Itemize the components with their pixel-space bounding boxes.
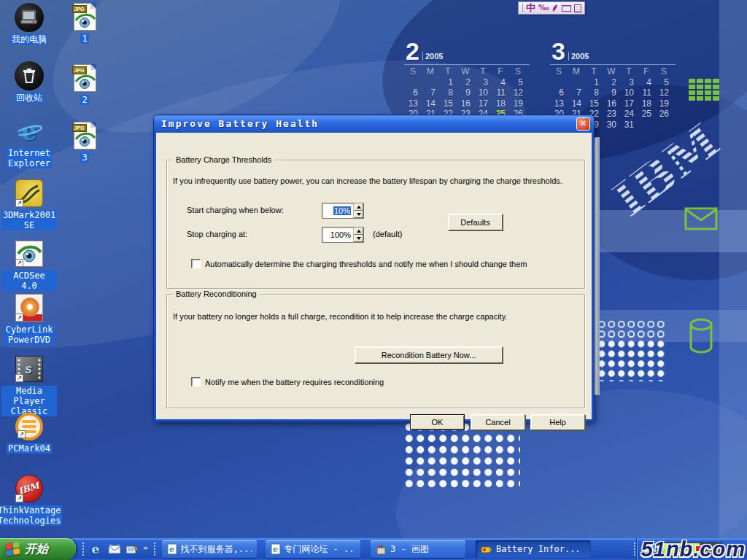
taskbar-task-server-not-found[interactable]: e 找不到服务器,... — [162, 540, 257, 558]
tray-notification-icon[interactable] — [695, 545, 702, 552]
outlook-express-icon[interactable] — [107, 541, 123, 557]
internet-explorer-icon[interactable]: e — [88, 541, 104, 557]
improve-battery-health-dialog: Improve Battery Health ✕ Battery Charge … — [154, 115, 594, 421]
help-button[interactable]: Help — [530, 414, 585, 430]
calendar-day: 5 — [655, 77, 673, 88]
stop-charging-value[interactable]: 100% — [322, 228, 353, 242]
spin-down-icon[interactable] — [354, 211, 363, 218]
desktop-icon-jpg-3[interactable]: JPG 3 — [58, 121, 111, 163]
calendar-day-of-week: T — [474, 66, 492, 77]
calendar-day: 13 — [404, 98, 422, 109]
dialog-titlebar[interactable]: Improve Battery Health ✕ — [154, 115, 594, 133]
recondition-battery-now-button[interactable]: Recondition Battery Now... — [355, 346, 503, 363]
calendar-day: 6 — [404, 88, 422, 98]
desktop-icon-recycle-bin[interactable]: 回收站 — [1, 61, 57, 103]
ime-grip[interactable] — [522, 4, 523, 12]
calendar-day — [404, 77, 422, 88]
ime-mode-indicator[interactable]: 中 — [526, 3, 535, 13]
taskbar-task-battery-information[interactable]: Battery Infor... — [476, 540, 591, 558]
notify-reconditioning-checkbox-label[interactable]: Notify me when the battery requires reco… — [205, 378, 511, 387]
svg-text:e: e — [169, 545, 174, 554]
ie-page-icon: e — [271, 543, 280, 555]
media-player-classic-icon: s ↗ — [15, 354, 44, 384]
calendar-day: 11 — [638, 88, 655, 98]
calendar-day: 14 — [568, 98, 585, 109]
auto-determine-checkbox[interactable] — [191, 259, 201, 268]
spin-up-icon[interactable] — [354, 203, 363, 211]
calendar-day — [550, 77, 568, 88]
calendar-day: 7 — [568, 88, 585, 98]
shortcut-arrow-badge: ↗ — [15, 494, 23, 502]
calendar-day — [655, 120, 673, 131]
punctuation-icon[interactable]: ‰ — [538, 4, 549, 12]
desktop-icon-internet-explorer[interactable]: e Internet Explorer — [1, 117, 57, 168]
desktop-icon-pcmark04[interactable]: ↗ PCMark04 — [1, 412, 57, 454]
start-label: 开始 — [25, 543, 48, 555]
notify-reconditioning-checkbox[interactable] — [191, 377, 201, 386]
dot-grid-pattern — [597, 339, 667, 381]
quicklaunch-separator[interactable] — [82, 542, 85, 556]
start-charging-spinner[interactable]: 10% — [322, 203, 364, 219]
desktop-icon-jpg-1[interactable]: JPG 1 — [58, 2, 111, 44]
calendar-day: 18 — [638, 98, 655, 109]
3dmark2001-icon: ↗ — [15, 179, 44, 208]
svg-text:e: e — [273, 545, 278, 554]
calendar-day: 3 — [620, 77, 638, 88]
desktop-icon-my-computer[interactable]: 我的电脑 — [1, 3, 57, 44]
battery-meter[interactable]: 58% — [662, 542, 722, 556]
auto-determine-checkbox-label[interactable]: Automatically determine the charging thr… — [205, 260, 577, 269]
spin-down-icon[interactable] — [354, 235, 363, 242]
calendar-day: 10 — [474, 88, 492, 98]
calendar-day: 16 — [457, 98, 474, 109]
options-menu-icon[interactable] — [574, 4, 581, 12]
desktop-icon-3dmark2001[interactable]: ↗ 3DMark2001 SE — [1, 179, 57, 230]
cancel-button[interactable]: Cancel — [471, 414, 525, 430]
defaults-button[interactable]: Defaults — [448, 214, 503, 230]
calendar-day-of-week: W — [603, 66, 620, 77]
start-charging-value[interactable]: 10% — [322, 203, 353, 218]
spin-up-icon[interactable] — [354, 228, 363, 235]
calendar-day: 4 — [492, 77, 509, 88]
dialog-body: Battery Charge Thresholds If you infrequ… — [154, 133, 594, 421]
desktop-icon-acdsee[interactable]: ↗ ACDSee 4.0 — [1, 239, 57, 291]
calendar-day-of-week: S — [404, 66, 422, 77]
ok-button[interactable]: OK — [410, 414, 465, 430]
dot-grid-pattern — [597, 319, 667, 339]
soft-keyboard-icon[interactable] — [562, 5, 571, 12]
dot-grid-pattern — [403, 421, 520, 489]
ie-page-icon: e — [167, 543, 177, 555]
calendar-day: 2 — [603, 77, 620, 88]
taskbar-task-forum[interactable]: e 专门网论坛 - ... — [266, 540, 360, 558]
jpg-file-icon: JPG — [70, 2, 99, 31]
quicklaunch-overflow-chevron[interactable]: » — [143, 542, 148, 554]
language-indicator[interactable]: EN — [644, 544, 657, 554]
close-icon[interactable]: ✕ — [576, 117, 590, 131]
calendar-day: 19 — [509, 98, 527, 109]
ime-language-bar[interactable]: 中 ‰ — [518, 1, 585, 15]
stop-charging-spinner[interactable]: 100% — [322, 227, 364, 243]
jpg-file-icon: JPG — [70, 63, 99, 93]
desktop-icon-label: 3DMark2001 SE — [1, 210, 57, 230]
quicklaunch-separator[interactable] — [153, 542, 156, 556]
desktop-icon-jpg-2[interactable]: JPG 2 — [58, 63, 111, 105]
show-desktop-icon[interactable] — [124, 541, 140, 557]
calendar-day-of-week: T — [439, 66, 457, 77]
calendar-day-of-week: M — [568, 66, 585, 77]
calendar-day: 11 — [492, 88, 509, 98]
taskbar-task-paint[interactable]: 3 - 画图 — [371, 540, 465, 558]
group-label: Battery Reconditioning — [173, 289, 260, 298]
thresholds-description: If you infrequently use battery power, y… — [173, 176, 581, 186]
start-button[interactable]: 开始 — [0, 538, 76, 560]
group-label: Battery Charge Thresholds — [173, 155, 274, 164]
desktop-icon-thinkvantage[interactable]: IBM ↗ ThinkVantage Technologies — [1, 474, 57, 526]
desktop-icon-powerdvd[interactable]: ↗ CyberLink PowerDVD — [1, 293, 57, 345]
paint-icon — [376, 544, 387, 555]
pen-icon[interactable] — [551, 4, 559, 12]
desktop-icon-media-player-classic[interactable]: s ↗ Media Player Classic — [1, 354, 57, 416]
calendar-day: 19 — [655, 98, 673, 109]
stop-charging-label: Stop charging at: — [187, 230, 247, 239]
calendar-day: 31 — [620, 120, 638, 131]
jpg-file-icon: JPG — [70, 121, 99, 150]
desktop-icon-label: 3 — [80, 152, 88, 163]
shortcut-arrow-badge: ↗ — [15, 374, 23, 382]
